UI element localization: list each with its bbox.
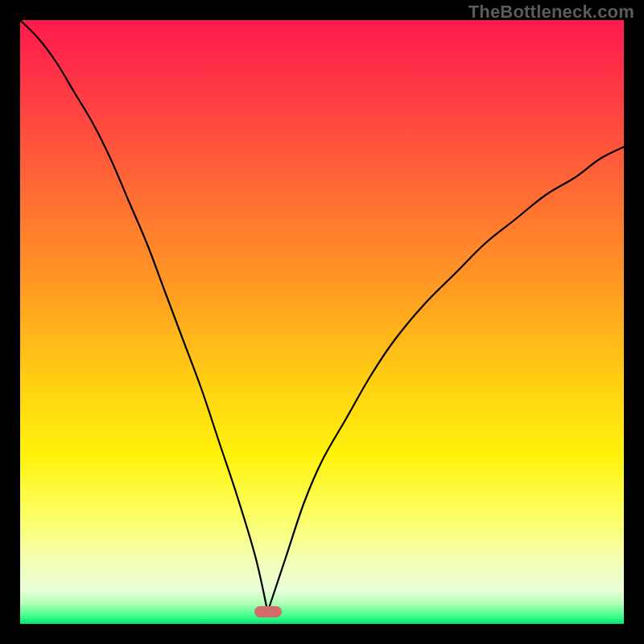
plot-area	[20, 20, 624, 624]
gradient-background	[20, 20, 624, 624]
watermark-label: TheBottleneck.com	[469, 2, 634, 23]
minimum-marker	[254, 606, 282, 617]
plot-svg	[20, 20, 624, 624]
chart-frame: TheBottleneck.com	[0, 0, 644, 644]
